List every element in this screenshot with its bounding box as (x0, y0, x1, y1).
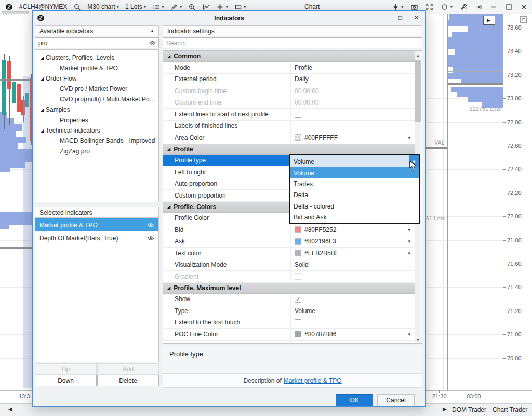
grid-row[interactable]: TypeVolume (163, 305, 415, 317)
dropdown-option-list[interactable]: VolumeTradesDeltaDelta - coloredBid and … (290, 167, 419, 223)
grid-row[interactable]: Extend to the first touch (163, 317, 415, 329)
favorites-badge[interactable]: F (520, 16, 527, 23)
dialog-titlebar[interactable]: Indicators (33, 11, 425, 25)
expand-arrow-icon[interactable]: ◢ (41, 108, 46, 112)
caret-down-icon[interactable]: ▾ (225, 5, 228, 9)
expand-arrow-icon[interactable]: ◢ (41, 128, 46, 133)
checkbox[interactable] (295, 273, 301, 280)
close-icon[interactable] (518, 2, 530, 12)
grid-row[interactable]: POC Line Color#80787B86▾ (163, 329, 415, 341)
caret-down-icon[interactable]: ▾ (450, 5, 453, 9)
grid-section-header[interactable]: ◢Profile (163, 144, 415, 155)
property-value[interactable]: #802196F3▾ (290, 236, 415, 248)
grid-row[interactable]: Extend lines to start of next profile (163, 109, 415, 121)
dropdown-option[interactable]: Bid and Ask (290, 212, 419, 223)
dropdown-caret-icon[interactable]: ▾ (408, 135, 410, 140)
dropdown-caret-icon[interactable]: ▾ (408, 227, 410, 232)
grid-row[interactable]: External periodDaily (163, 74, 415, 86)
property-value[interactable]: ✓ (290, 294, 415, 305)
section-expand-icon[interactable]: ◢ (167, 54, 170, 59)
selected-indicator-row[interactable]: Depth Of Market(Bars, True) (35, 231, 158, 244)
visibility-eye-icon[interactable] (147, 222, 154, 229)
tree-item-row[interactable]: CVD pro / Market Power (35, 84, 158, 94)
caret-down-icon[interactable]: ▾ (401, 5, 404, 9)
property-value[interactable] (290, 109, 415, 120)
property-value[interactable]: 00:00:00 (290, 97, 415, 109)
property-value[interactable] (290, 121, 415, 132)
property-value[interactable]: Solid (290, 259, 415, 271)
grid-row[interactable]: Text color#FFB2B5BE▾ (163, 248, 415, 259)
grid-row[interactable]: Gradient (163, 271, 415, 283)
chart-area-right[interactable]: 73.6073.4073.2073.0072.8072.6072.4072.20… (426, 14, 532, 390)
grid-row[interactable]: Show✓ (163, 294, 415, 306)
grid-section-header[interactable]: ◢Common (163, 51, 415, 62)
caret-down-icon[interactable]: ▾ (244, 5, 246, 9)
grid-row[interactable]: Custom end time00:00:00 (163, 97, 415, 109)
app-logo-icon[interactable] (3, 2, 15, 12)
profile-type-combo[interactable]: Volume (290, 155, 419, 167)
tree-item-row[interactable]: ZigZag pro (35, 146, 158, 157)
dropdown-option[interactable]: Trades (290, 178, 419, 189)
chart-area-left[interactable] (0, 14, 32, 390)
cancel-button[interactable]: Cancel (377, 394, 415, 406)
checkbox[interactable] (295, 111, 301, 118)
section-expand-icon[interactable]: ◢ (167, 204, 170, 209)
dropdown-option[interactable]: Delta (290, 190, 419, 201)
caret-down-icon[interactable]: ▾ (117, 5, 119, 9)
scrollbar-thumb[interactable] (415, 60, 421, 122)
color-swatch[interactable] (295, 331, 301, 337)
grid-row[interactable]: Bid#80FF5252▾ (163, 224, 415, 236)
panel-expand-icon[interactable]: ▶ (443, 406, 447, 412)
section-expand-icon[interactable]: ◢ (167, 147, 170, 151)
dropdown-caret-icon[interactable]: ▾ (408, 332, 410, 337)
dialog-maximize-button[interactable]: □ (392, 11, 408, 24)
color-swatch[interactable] (295, 134, 301, 141)
grid-row[interactable]: Visualization ModeSolid (163, 259, 415, 271)
grid-row[interactable]: Labels of finished lines (163, 121, 415, 133)
panel-splitter[interactable]: ...... (35, 203, 159, 206)
dropdown-option[interactable]: Delta - colored (290, 201, 419, 212)
pin-icon[interactable] (473, 2, 485, 12)
dropdown-caret-icon[interactable]: ▾ (408, 343, 410, 344)
dropdown-caret-icon[interactable]: ▾ (408, 251, 410, 256)
property-value[interactable]: 00:00:00 (290, 85, 415, 97)
grid-row[interactable]: Area Color#00FFFFFF▾ (163, 132, 415, 144)
profile-type-dropdown[interactable]: Volume ▼ VolumeTradesDeltaDelta - colore… (289, 154, 420, 224)
property-value[interactable]: #80787B86▾ (290, 329, 415, 340)
caret-down-icon[interactable]: ▾ (180, 5, 182, 9)
property-value[interactable]: #FFB2B5BE▾ (290, 248, 415, 259)
color-swatch[interactable] (295, 238, 301, 245)
circle-icon[interactable]: ▾ (438, 2, 455, 12)
grid-row[interactable]: ModeProfile (163, 62, 415, 74)
property-value[interactable]: Daily (290, 74, 415, 85)
dialog-minimize-button[interactable]: – (375, 11, 391, 24)
indicator-description-link[interactable]: Market profile & TPO (284, 377, 342, 384)
tree-group-row[interactable]: ◢Clusters, Profiles, Levels (35, 53, 158, 63)
grid-row[interactable]: Custom begin time00:00:00 (163, 85, 415, 97)
grid-row[interactable]: Ask#802196F3▾ (163, 236, 415, 248)
add-button[interactable]: Add (97, 363, 159, 375)
property-value[interactable] (290, 317, 415, 329)
section-expand-icon[interactable]: ◢ (167, 285, 170, 290)
clear-search-icon[interactable]: ⊗ (150, 39, 155, 47)
color-swatch[interactable] (295, 226, 301, 233)
checkbox[interactable]: ✓ (295, 296, 301, 303)
tree-item-row[interactable]: Market profile & TPO (35, 63, 158, 73)
settings-icon[interactable] (458, 2, 470, 12)
tree-item-row[interactable]: MACD Bollinger Bands - Improved (35, 136, 158, 146)
go-to-latest-button[interactable]: ▶ (483, 16, 495, 25)
grid-row[interactable]: Text Color#FF787B86▾ (163, 341, 415, 344)
color-swatch[interactable] (295, 250, 301, 256)
grid-section-header[interactable]: ◢Profile. Maximum level (163, 283, 415, 294)
available-indicators-tree[interactable]: ◢Clusters, Profiles, LevelsMarket profil… (35, 49, 159, 202)
visibility-eye-icon[interactable] (147, 235, 154, 242)
available-search-input[interactable]: pro ⊗ (35, 37, 159, 48)
expand-arrow-icon[interactable]: ◢ (41, 56, 46, 60)
dropdown-option[interactable]: Volume (290, 167, 419, 178)
settings-search-input[interactable]: Search (163, 37, 422, 48)
property-value[interactable]: #FF787B86▾ (290, 341, 415, 344)
scrollbar-down-icon[interactable]: ▾ (415, 336, 421, 343)
scroll-left-icon[interactable]: ◀ (8, 406, 12, 412)
tree-group-row[interactable]: ◢Technical indicators (35, 125, 158, 136)
scrollbar-up-icon[interactable]: ▴ (415, 51, 421, 59)
